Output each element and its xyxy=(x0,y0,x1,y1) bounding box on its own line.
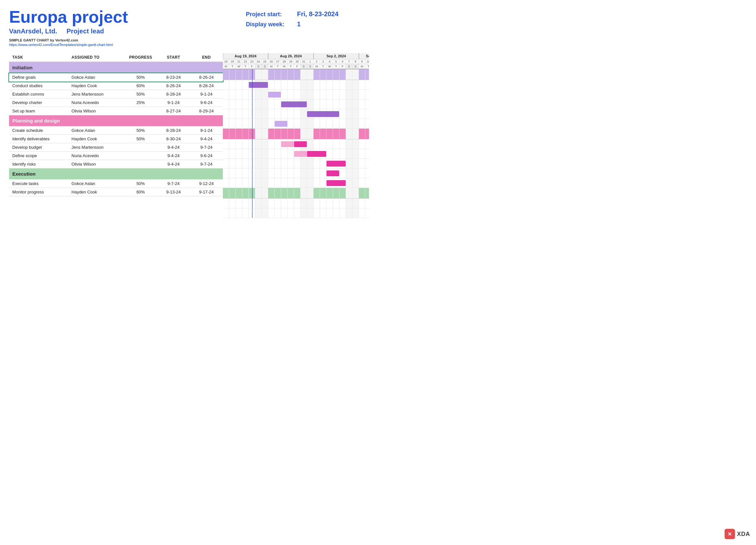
table-row[interactable]: Define goalsGokce Aslan50%8-23-248-26-24 xyxy=(9,73,223,82)
col-progress: PROGRESS xyxy=(124,53,157,62)
gantt-task-row xyxy=(223,109,369,119)
end-date: 9-6-24 xyxy=(190,98,223,107)
gantt-task-row xyxy=(223,149,369,159)
gantt-dow-cell: S xyxy=(262,64,268,69)
gantt-day-number: 9 xyxy=(359,59,365,64)
gantt-today-line xyxy=(252,168,253,178)
gantt-today-line xyxy=(252,149,253,158)
table-row[interactable]: Develop budgetJens Martensson9-4-249-7-2… xyxy=(9,143,223,152)
progress-value: 50% xyxy=(124,135,157,143)
gantt-day-number: 19 xyxy=(223,59,229,64)
task-name: Define goals xyxy=(9,73,68,82)
gantt-day-number: 31 xyxy=(301,59,307,64)
gantt-dow-cell: M xyxy=(359,64,365,69)
end-date: 8-29-24 xyxy=(190,107,223,115)
gantt-today-line xyxy=(252,69,253,80)
start-date: 8-30-24 xyxy=(157,135,190,143)
task-name: Execute tasks xyxy=(9,179,68,188)
company-name: VanArsdel, Ltd. xyxy=(9,28,57,35)
table-header-row: TASK ASSIGNED TO PROGRESS START END xyxy=(9,53,223,62)
gantt-day-number: 5 xyxy=(333,59,339,64)
gantt-day-number: 22 xyxy=(242,59,249,64)
table-row[interactable]: Monitor progressHayden Cook60%9-13-249-1… xyxy=(9,188,223,196)
start-date: 9-13-24 xyxy=(157,188,190,196)
task-name: Identify deliverables xyxy=(9,135,68,143)
gantt-today-line xyxy=(252,139,253,149)
table-row[interactable]: Identify deliverablesHayden Cook50%8-30-… xyxy=(9,135,223,143)
start-date: 9-4-24 xyxy=(157,160,190,168)
assigned-to: Gokce Aslan xyxy=(68,73,124,82)
gantt-today-line xyxy=(252,129,253,139)
gantt-task-row xyxy=(223,139,369,149)
gantt-day-number: 8 xyxy=(352,59,359,64)
table-row[interactable]: Set up teamOlivia Wilson8-27-248-29-24 xyxy=(9,107,223,115)
start-date: 9-7-24 xyxy=(157,179,190,188)
gantt-day-number: 4 xyxy=(326,59,333,64)
start-date: 9-4-24 xyxy=(157,143,190,152)
gantt-week-header: Aug 19, 2024 xyxy=(223,53,268,59)
task-name: Develop budget xyxy=(9,143,68,152)
gantt-week-header: Aug 26, 2024 xyxy=(268,53,314,59)
gantt-day-number: 24 xyxy=(255,59,262,64)
table-row[interactable]: Conduct studiesHayden Cook60%8-26-248-28… xyxy=(9,82,223,90)
gantt-dow-cell: T xyxy=(365,64,369,69)
gantt-day-number: 27 xyxy=(275,59,281,64)
gantt-dow-cell: T xyxy=(333,64,339,69)
end-date: 9-4-24 xyxy=(190,135,223,143)
gantt-today-line xyxy=(252,199,253,208)
gantt-bar xyxy=(281,141,294,147)
gantt-dow-cell: T xyxy=(275,64,281,69)
start-date: 8-26-24 xyxy=(157,82,190,90)
table-row[interactable]: Execute tasksGokce Aslan50%9-7-249-12-24 xyxy=(9,179,223,188)
gantt-day-number: 28 xyxy=(281,59,288,64)
assigned-to: Nuria Acevedo xyxy=(68,152,124,160)
end-date: 9-1-24 xyxy=(190,126,223,135)
task-table: TASK ASSIGNED TO PROGRESS START END Init… xyxy=(9,53,223,196)
chart-name: SIMPLE GANTT CHART by Vertex42.com xyxy=(9,38,369,42)
start-date: 9-1-24 xyxy=(157,98,190,107)
start-date: 8-28-24 xyxy=(157,90,190,98)
end-date: 9-17-24 xyxy=(190,188,223,196)
table-row[interactable]: Create scheduleGokce Aslan50%8-28-249-1-… xyxy=(9,126,223,135)
gantt-bar xyxy=(307,111,339,117)
progress-value: 50% xyxy=(124,126,157,135)
gantt-dow-cell: M xyxy=(268,64,275,69)
gantt-dow-cell: T xyxy=(320,64,326,69)
gantt-task-row xyxy=(223,119,369,129)
start-date: 8-23-24 xyxy=(157,73,190,82)
gantt-bar xyxy=(326,170,339,176)
assigned-to: Hayden Cook xyxy=(68,82,124,90)
table-row[interactable]: Establish commsJens Martensson50%8-28-24… xyxy=(9,90,223,98)
gantt-day-number: 3 xyxy=(320,59,326,64)
gantt-dow-cell: S xyxy=(352,64,359,69)
gantt-today-line xyxy=(252,188,253,198)
gantt-bar xyxy=(268,92,281,97)
gantt-today-line xyxy=(252,208,253,218)
project-start-label: Project start: xyxy=(246,11,291,18)
assigned-to: Gokce Aslan xyxy=(68,126,124,135)
gantt-today-line xyxy=(252,178,253,187)
assigned-to: Jens Martensson xyxy=(68,90,124,98)
col-assigned: ASSIGNED TO xyxy=(68,53,124,62)
end-date: 8-26-24 xyxy=(190,73,223,82)
gantt-today-line xyxy=(252,99,253,109)
gantt-bar xyxy=(294,151,307,157)
gantt-section-planning xyxy=(223,129,369,139)
gantt-week-header: Sep 2, 2024 xyxy=(314,53,359,59)
gantt-dow-cell: S xyxy=(346,64,352,69)
gantt-dow-cell: T xyxy=(288,64,294,69)
table-row[interactable]: Identify risksOlivia Wilson9-4-249-7-24 xyxy=(9,160,223,168)
table-row[interactable]: Define scopeNuria Acevedo9-4-249-6-24 xyxy=(9,152,223,160)
progress-value xyxy=(124,143,157,152)
gantt-area: Aug 19, 2024Aug 26, 2024Sep 2, 2024Sep 9… xyxy=(223,53,369,265)
content-area: TASK ASSIGNED TO PROGRESS START END Init… xyxy=(9,53,369,265)
col-start: START xyxy=(157,53,190,62)
progress-value: 50% xyxy=(124,73,157,82)
progress-value: 60% xyxy=(124,82,157,90)
gantt-today-line xyxy=(252,159,253,168)
progress-value: 50% xyxy=(124,90,157,98)
section-planning: Planning and design xyxy=(9,115,223,126)
gantt-task-row xyxy=(223,90,369,99)
table-row[interactable]: Develop charterNuria Acevedo25%9-1-249-6… xyxy=(9,98,223,107)
end-date: 9-12-24 xyxy=(190,179,223,188)
